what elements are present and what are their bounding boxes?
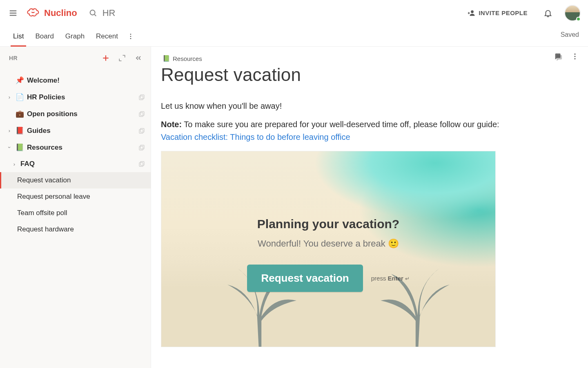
- svg-rect-11: [140, 95, 144, 99]
- comments-button[interactable]: [554, 52, 563, 61]
- book-green-icon: 📗: [16, 143, 24, 152]
- svg-point-22: [575, 56, 576, 57]
- sidebar-item-guides[interactable]: › 📕 Guides: [0, 122, 151, 139]
- svg-point-21: [575, 54, 576, 55]
- tab-graph[interactable]: Graph: [65, 27, 85, 45]
- chevron-down-icon[interactable]: ›: [7, 145, 13, 150]
- sidebar-item-label: Request hardware: [17, 225, 74, 233]
- collection-icon: [138, 128, 145, 134]
- notifications-button[interactable]: [539, 4, 557, 22]
- collection-icon: [138, 144, 145, 151]
- svg-rect-13: [140, 112, 144, 115]
- brand-mark-icon: [27, 8, 41, 18]
- tab-list[interactable]: List: [13, 27, 24, 45]
- menu-icon: [9, 9, 18, 18]
- svg-point-5: [471, 10, 474, 13]
- invite-people-button[interactable]: INVITE PEOPLE: [463, 7, 532, 20]
- sidebar-collapse-button[interactable]: [131, 51, 146, 65]
- brand-name: Nuclino: [44, 8, 77, 18]
- sidebar-page-team-offsite-poll[interactable]: Team offsite poll: [0, 205, 151, 221]
- sidebar-item-label: Welcome!: [27, 76, 60, 85]
- embed-title: Planning your vacation?: [257, 217, 399, 231]
- person-add-icon: [467, 9, 475, 17]
- expand-icon: [118, 54, 126, 62]
- chevrons-left-icon: [134, 54, 143, 62]
- document-area: 📗 Resources Request vacation Let us know…: [151, 47, 588, 368]
- search[interactable]: [89, 8, 192, 18]
- sidebar-item-faq[interactable]: › FAQ: [0, 156, 151, 172]
- svg-point-7: [130, 36, 131, 37]
- svg-rect-17: [140, 145, 144, 149]
- sidebar-item-label: HR Policies: [27, 93, 65, 101]
- svg-point-6: [130, 34, 131, 35]
- svg-point-3: [90, 10, 95, 15]
- svg-point-8: [130, 38, 131, 39]
- brand-logo[interactable]: Nuclino: [27, 8, 77, 18]
- sidebar-item-resources[interactable]: › 📗 Resources: [0, 139, 151, 156]
- sidebar-item-label: Open positions: [27, 110, 78, 118]
- topbar: Nuclino INVITE PEOPLE: [0, 0, 588, 26]
- svg-rect-19: [140, 162, 144, 165]
- sidebar-item-label: Request personal leave: [17, 193, 90, 201]
- more-vert-icon: [571, 52, 579, 61]
- embed-subtitle: Wonderful! You deserve a break 🙂: [258, 238, 399, 249]
- pin-icon: 📌: [16, 76, 24, 85]
- sidebar-tree: 📌 Welcome! › 📄 HR Policies 💼 Open positi…: [0, 70, 151, 246]
- vacation-form-embed[interactable]: Planning your vacation? Wonderful! You d…: [161, 151, 496, 347]
- doc-title[interactable]: Request vacation: [161, 65, 520, 85]
- presence-indicator: [576, 17, 581, 21]
- collection-icon: [138, 111, 145, 117]
- sidebar-add-button[interactable]: [98, 51, 113, 65]
- chevron-right-icon[interactable]: ›: [7, 94, 12, 100]
- view-tabs: List Board Graph Recent Saved: [0, 26, 588, 47]
- sidebar-page-request-vacation[interactable]: Request vacation: [0, 172, 151, 188]
- svg-rect-16: [139, 129, 143, 133]
- sidebar-page-request-hardware[interactable]: Request hardware: [0, 221, 151, 238]
- sidebar-item-open-positions[interactable]: 💼 Open positions: [0, 105, 151, 122]
- svg-point-23: [575, 58, 576, 59]
- sidebar-item-label: Team offsite poll: [17, 209, 67, 217]
- chevron-right-icon[interactable]: ›: [11, 161, 17, 167]
- doc-breadcrumb[interactable]: 📗 Resources: [163, 55, 520, 62]
- doc-note: Note: To make sure you are prepared for …: [161, 118, 520, 144]
- save-status: Saved: [561, 31, 579, 38]
- request-vacation-button[interactable]: Request vacation: [247, 265, 363, 292]
- book-red-icon: 📕: [16, 126, 24, 135]
- sidebar-page-request-personal-leave[interactable]: Request personal leave: [0, 188, 151, 205]
- invite-label: INVITE PEOPLE: [479, 9, 528, 16]
- tab-recent[interactable]: Recent: [96, 27, 118, 45]
- svg-rect-20: [139, 163, 143, 166]
- bell-icon: [543, 9, 552, 18]
- menu-button[interactable]: [4, 4, 22, 22]
- vacation-checklist-link[interactable]: Vacation checklist: Things to do before …: [161, 132, 350, 141]
- doc-overflow-button[interactable]: [571, 52, 579, 61]
- plus-icon: [102, 54, 110, 62]
- svg-rect-14: [139, 112, 143, 116]
- sidebar-header: HR: [0, 47, 151, 70]
- doc-breadcrumb-label: Resources: [173, 55, 202, 62]
- tab-board[interactable]: Board: [35, 27, 53, 45]
- user-avatar[interactable]: [564, 5, 581, 21]
- doc-intro: Let us know when you'll be away!: [161, 100, 520, 112]
- search-icon: [89, 9, 98, 18]
- sidebar-item-welcome[interactable]: 📌 Welcome!: [0, 72, 151, 89]
- chevron-right-icon[interactable]: ›: [7, 128, 12, 134]
- collection-icon: [138, 94, 145, 101]
- sidebar-expand-button[interactable]: [115, 51, 129, 65]
- sidebar-item-label: Request vacation: [17, 176, 71, 184]
- sidebar-item-label: Guides: [27, 127, 51, 135]
- svg-rect-12: [139, 96, 143, 99]
- doc-body[interactable]: Let us know when you'll be away! Note: T…: [161, 100, 520, 347]
- tabs-overflow-button[interactable]: [127, 33, 134, 40]
- embed-enter-hint: press Enter ↵: [371, 275, 410, 282]
- search-input[interactable]: [102, 8, 192, 18]
- sidebar-item-label: FAQ: [20, 160, 35, 168]
- collection-icon: [138, 161, 145, 167]
- sidebar-item-hr-policies[interactable]: › 📄 HR Policies: [0, 89, 151, 105]
- note-label: Note:: [161, 120, 182, 129]
- doc-icon: 📄: [16, 93, 24, 101]
- more-vert-icon: [127, 33, 134, 40]
- sidebar-breadcrumb[interactable]: HR: [9, 55, 18, 61]
- book-green-icon: 📗: [163, 55, 170, 62]
- briefcase-icon: 💼: [16, 110, 24, 118]
